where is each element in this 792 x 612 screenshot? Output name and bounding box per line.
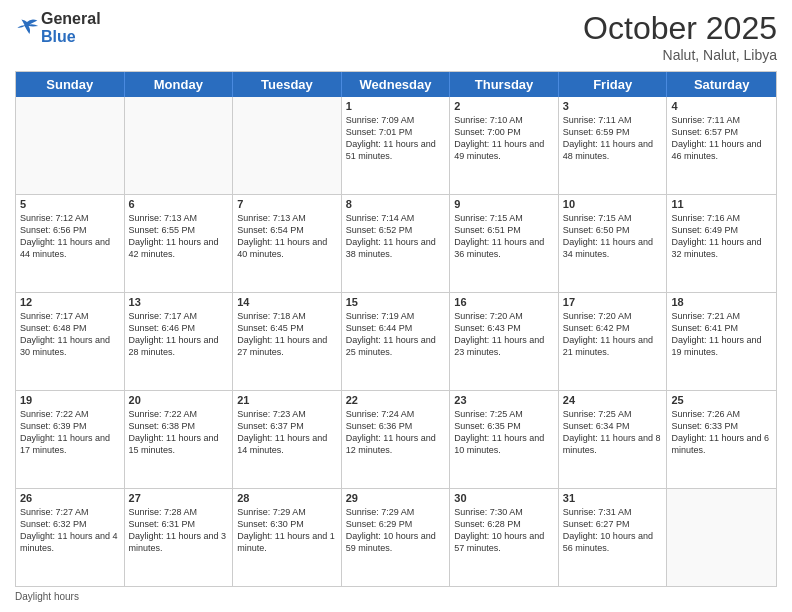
cell-date: 30 — [454, 492, 554, 504]
calendar-cell — [667, 489, 776, 586]
cell-date: 7 — [237, 198, 337, 210]
cell-info: Sunrise: 7:20 AM Sunset: 6:42 PM Dayligh… — [563, 310, 663, 359]
cell-date: 1 — [346, 100, 446, 112]
cell-info: Sunrise: 7:23 AM Sunset: 6:37 PM Dayligh… — [237, 408, 337, 457]
cell-info: Sunrise: 7:19 AM Sunset: 6:44 PM Dayligh… — [346, 310, 446, 359]
cell-info: Sunrise: 7:29 AM Sunset: 6:29 PM Dayligh… — [346, 506, 446, 555]
calendar-cell: 17Sunrise: 7:20 AM Sunset: 6:42 PM Dayli… — [559, 293, 668, 390]
cell-date: 24 — [563, 394, 663, 406]
calendar-cell: 29Sunrise: 7:29 AM Sunset: 6:29 PM Dayli… — [342, 489, 451, 586]
day-header-tuesday: Tuesday — [233, 72, 342, 97]
cell-date: 3 — [563, 100, 663, 112]
cell-info: Sunrise: 7:27 AM Sunset: 6:32 PM Dayligh… — [20, 506, 120, 555]
calendar-body: 1Sunrise: 7:09 AM Sunset: 7:01 PM Daylig… — [16, 97, 776, 586]
cell-date: 9 — [454, 198, 554, 210]
calendar-cell: 16Sunrise: 7:20 AM Sunset: 6:43 PM Dayli… — [450, 293, 559, 390]
calendar-cell: 6Sunrise: 7:13 AM Sunset: 6:55 PM Daylig… — [125, 195, 234, 292]
cell-date: 15 — [346, 296, 446, 308]
cell-date: 2 — [454, 100, 554, 112]
calendar-cell: 22Sunrise: 7:24 AM Sunset: 6:36 PM Dayli… — [342, 391, 451, 488]
cell-info: Sunrise: 7:28 AM Sunset: 6:31 PM Dayligh… — [129, 506, 229, 555]
calendar-cell: 31Sunrise: 7:31 AM Sunset: 6:27 PM Dayli… — [559, 489, 668, 586]
cell-info: Sunrise: 7:21 AM Sunset: 6:41 PM Dayligh… — [671, 310, 772, 359]
daylight-hours-label: Daylight hours — [15, 591, 79, 602]
cell-info: Sunrise: 7:15 AM Sunset: 6:50 PM Dayligh… — [563, 212, 663, 261]
cell-date: 29 — [346, 492, 446, 504]
cell-info: Sunrise: 7:20 AM Sunset: 6:43 PM Dayligh… — [454, 310, 554, 359]
calendar-cell: 3Sunrise: 7:11 AM Sunset: 6:59 PM Daylig… — [559, 97, 668, 194]
cell-date: 23 — [454, 394, 554, 406]
month-title: October 2025 — [583, 10, 777, 47]
calendar-cell: 5Sunrise: 7:12 AM Sunset: 6:56 PM Daylig… — [16, 195, 125, 292]
day-header-saturday: Saturday — [667, 72, 776, 97]
calendar-cell: 25Sunrise: 7:26 AM Sunset: 6:33 PM Dayli… — [667, 391, 776, 488]
logo-bird-icon — [15, 18, 39, 38]
location-title: Nalut, Nalut, Libya — [583, 47, 777, 63]
day-header-sunday: Sunday — [16, 72, 125, 97]
cell-info: Sunrise: 7:12 AM Sunset: 6:56 PM Dayligh… — [20, 212, 120, 261]
logo-general-text: General — [41, 10, 101, 28]
cell-date: 26 — [20, 492, 120, 504]
cell-date: 21 — [237, 394, 337, 406]
day-headers: SundayMondayTuesdayWednesdayThursdayFrid… — [16, 72, 776, 97]
cell-info: Sunrise: 7:11 AM Sunset: 6:59 PM Dayligh… — [563, 114, 663, 163]
cell-info: Sunrise: 7:26 AM Sunset: 6:33 PM Dayligh… — [671, 408, 772, 457]
cell-info: Sunrise: 7:17 AM Sunset: 6:48 PM Dayligh… — [20, 310, 120, 359]
calendar-row-3: 19Sunrise: 7:22 AM Sunset: 6:39 PM Dayli… — [16, 390, 776, 488]
cell-info: Sunrise: 7:29 AM Sunset: 6:30 PM Dayligh… — [237, 506, 337, 555]
cell-info: Sunrise: 7:22 AM Sunset: 6:39 PM Dayligh… — [20, 408, 120, 457]
cell-date: 6 — [129, 198, 229, 210]
day-header-thursday: Thursday — [450, 72, 559, 97]
day-header-friday: Friday — [559, 72, 668, 97]
logo-text: General Blue — [41, 10, 101, 45]
calendar-cell: 19Sunrise: 7:22 AM Sunset: 6:39 PM Dayli… — [16, 391, 125, 488]
cell-date: 27 — [129, 492, 229, 504]
calendar-cell: 30Sunrise: 7:30 AM Sunset: 6:28 PM Dayli… — [450, 489, 559, 586]
calendar-cell: 7Sunrise: 7:13 AM Sunset: 6:54 PM Daylig… — [233, 195, 342, 292]
calendar-row-2: 12Sunrise: 7:17 AM Sunset: 6:48 PM Dayli… — [16, 292, 776, 390]
cell-info: Sunrise: 7:31 AM Sunset: 6:27 PM Dayligh… — [563, 506, 663, 555]
cell-date: 8 — [346, 198, 446, 210]
calendar-cell: 23Sunrise: 7:25 AM Sunset: 6:35 PM Dayli… — [450, 391, 559, 488]
title-section: October 2025 Nalut, Nalut, Libya — [583, 10, 777, 63]
calendar-row-0: 1Sunrise: 7:09 AM Sunset: 7:01 PM Daylig… — [16, 97, 776, 194]
calendar-cell: 11Sunrise: 7:16 AM Sunset: 6:49 PM Dayli… — [667, 195, 776, 292]
calendar-cell: 26Sunrise: 7:27 AM Sunset: 6:32 PM Dayli… — [16, 489, 125, 586]
calendar-cell: 21Sunrise: 7:23 AM Sunset: 6:37 PM Dayli… — [233, 391, 342, 488]
cell-info: Sunrise: 7:25 AM Sunset: 6:35 PM Dayligh… — [454, 408, 554, 457]
cell-info: Sunrise: 7:18 AM Sunset: 6:45 PM Dayligh… — [237, 310, 337, 359]
cell-date: 5 — [20, 198, 120, 210]
logo-blue-text: Blue — [41, 28, 101, 46]
cell-date: 16 — [454, 296, 554, 308]
cell-info: Sunrise: 7:16 AM Sunset: 6:49 PM Dayligh… — [671, 212, 772, 261]
calendar-cell: 8Sunrise: 7:14 AM Sunset: 6:52 PM Daylig… — [342, 195, 451, 292]
calendar-cell: 14Sunrise: 7:18 AM Sunset: 6:45 PM Dayli… — [233, 293, 342, 390]
cell-info: Sunrise: 7:10 AM Sunset: 7:00 PM Dayligh… — [454, 114, 554, 163]
calendar-cell: 27Sunrise: 7:28 AM Sunset: 6:31 PM Dayli… — [125, 489, 234, 586]
calendar-cell: 28Sunrise: 7:29 AM Sunset: 6:30 PM Dayli… — [233, 489, 342, 586]
cell-date: 28 — [237, 492, 337, 504]
calendar-cell: 10Sunrise: 7:15 AM Sunset: 6:50 PM Dayli… — [559, 195, 668, 292]
cell-date: 25 — [671, 394, 772, 406]
page: General Blue October 2025 Nalut, Nalut, … — [0, 0, 792, 612]
day-header-wednesday: Wednesday — [342, 72, 451, 97]
cell-date: 12 — [20, 296, 120, 308]
logo: General Blue — [15, 10, 101, 45]
day-header-monday: Monday — [125, 72, 234, 97]
cell-info: Sunrise: 7:30 AM Sunset: 6:28 PM Dayligh… — [454, 506, 554, 555]
cell-info: Sunrise: 7:13 AM Sunset: 6:55 PM Dayligh… — [129, 212, 229, 261]
cell-info: Sunrise: 7:24 AM Sunset: 6:36 PM Dayligh… — [346, 408, 446, 457]
cell-info: Sunrise: 7:25 AM Sunset: 6:34 PM Dayligh… — [563, 408, 663, 457]
calendar-cell: 15Sunrise: 7:19 AM Sunset: 6:44 PM Dayli… — [342, 293, 451, 390]
calendar-cell — [125, 97, 234, 194]
cell-date: 19 — [20, 394, 120, 406]
cell-info: Sunrise: 7:17 AM Sunset: 6:46 PM Dayligh… — [129, 310, 229, 359]
cell-date: 18 — [671, 296, 772, 308]
cell-info: Sunrise: 7:22 AM Sunset: 6:38 PM Dayligh… — [129, 408, 229, 457]
calendar-cell: 13Sunrise: 7:17 AM Sunset: 6:46 PM Dayli… — [125, 293, 234, 390]
calendar-cell: 9Sunrise: 7:15 AM Sunset: 6:51 PM Daylig… — [450, 195, 559, 292]
calendar-cell: 18Sunrise: 7:21 AM Sunset: 6:41 PM Dayli… — [667, 293, 776, 390]
calendar-cell: 1Sunrise: 7:09 AM Sunset: 7:01 PM Daylig… — [342, 97, 451, 194]
calendar-cell — [233, 97, 342, 194]
cell-date: 22 — [346, 394, 446, 406]
